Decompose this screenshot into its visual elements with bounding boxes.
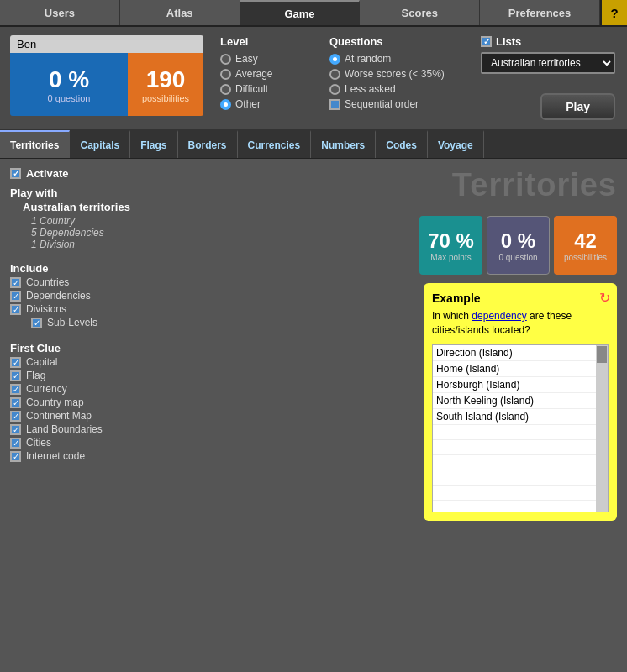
scrollbar-track[interactable] (596, 345, 608, 512)
q-worse[interactable]: Worse scores (< 35%) (329, 68, 464, 80)
q-sequential-checkbox[interactable] (329, 99, 340, 110)
clue-capital[interactable]: ✓ Capital (10, 356, 329, 368)
landboundaries-checkbox[interactable]: ✓ (10, 424, 21, 435)
activate-checkbox[interactable]: ✓ (10, 168, 21, 179)
list-item-9[interactable] (433, 486, 608, 501)
currency-label: Currency (26, 383, 67, 395)
play-with-group: Australian territories 1 Country 5 Depen… (23, 201, 329, 250)
clue-internetcode[interactable]: ✓ Internet code (10, 450, 329, 462)
cities-checkbox[interactable]: ✓ (10, 438, 21, 449)
stat-percent-value: 0 % (49, 66, 89, 93)
q-atrandom[interactable]: At random (329, 53, 464, 65)
tab-preferences[interactable]: Preferences (480, 0, 600, 25)
stat-question-label: 0 question (48, 93, 91, 103)
firstclue-title: First Clue (10, 342, 329, 354)
tab-game[interactable]: Game (240, 0, 361, 25)
lists-dropdown[interactable]: Australian territories (481, 52, 615, 74)
group-item-1: 5 Dependencies (31, 227, 329, 239)
left-panel: ✓ Activate Play with Australian territor… (10, 167, 329, 658)
user-name: Ben (10, 35, 203, 53)
tab-scores[interactable]: Scores (360, 0, 480, 25)
list-item-8[interactable] (433, 470, 608, 486)
cities-label: Cities (26, 437, 51, 449)
group-item-2: 1 Division (31, 239, 329, 250)
list-item-0[interactable]: Direction (Island) (433, 345, 608, 361)
flag-label: Flag (26, 370, 45, 381)
countrymap-checkbox[interactable]: ✓ (10, 397, 21, 408)
level-easy-label: Easy (235, 53, 258, 65)
include-sublevels[interactable]: ✓ Sub-Levels (31, 317, 329, 328)
list-item-6[interactable] (433, 440, 608, 455)
subtab-territories[interactable]: Territories (0, 130, 70, 158)
play-button[interactable]: Play (540, 93, 615, 120)
level-easy[interactable]: Easy (220, 53, 313, 65)
example-body-pre: In which (432, 310, 472, 322)
territories-title: Territories (452, 167, 617, 203)
divisions-checkbox[interactable]: ✓ (10, 304, 21, 315)
q-lessasked[interactable]: Less asked (329, 83, 464, 95)
group-title: Australian territories (23, 201, 329, 213)
level-other[interactable]: Other (220, 98, 313, 110)
continentmap-checkbox[interactable]: ✓ (10, 411, 21, 422)
sublevels-checkbox[interactable]: ✓ (31, 318, 42, 328)
subtab-currencies[interactable]: Currencies (238, 130, 312, 158)
stat-possibilities-box: 190 possibilities (128, 53, 203, 116)
divisions-label: Divisions (26, 303, 66, 315)
flag-checkbox[interactable]: ✓ (10, 370, 21, 381)
activate-label: Activate (26, 167, 69, 180)
q-worse-label: Worse scores (< 35%) (345, 68, 445, 80)
q-atrandom-radio[interactable] (329, 54, 340, 65)
subtab-borders[interactable]: Borders (178, 130, 238, 158)
q-worse-radio[interactable] (329, 69, 340, 80)
subtab-codes[interactable]: Codes (376, 130, 428, 158)
subtab-numbers[interactable]: Numbers (311, 130, 376, 158)
list-item-2[interactable]: Horsburgh (Island) (433, 377, 608, 393)
stat-percent-box: 0 % 0 question (10, 53, 128, 116)
dependencies-checkbox[interactable]: ✓ (10, 291, 21, 302)
q-lessasked-radio[interactable] (329, 84, 340, 95)
scrollbar-thumb[interactable] (597, 346, 607, 363)
q-sequential-label: Sequential order (345, 98, 419, 110)
clue-flag[interactable]: ✓ Flag (10, 370, 329, 381)
lists-checkbox[interactable]: ✓ (481, 36, 492, 47)
list-item-4[interactable]: South Island (Island) (433, 409, 608, 425)
countries-checkbox[interactable]: ✓ (10, 277, 21, 288)
include-countries[interactable]: ✓ Countries (10, 276, 329, 288)
subtab-capitals[interactable]: Capitals (70, 130, 130, 158)
capital-checkbox[interactable]: ✓ (10, 357, 21, 368)
level-average[interactable]: Average (220, 68, 313, 80)
include-dependencies[interactable]: ✓ Dependencies (10, 290, 329, 302)
q-sequential[interactable]: Sequential order (329, 98, 464, 110)
lists-title: Lists (496, 35, 521, 48)
clue-continentmap[interactable]: ✓ Continent Map (10, 410, 329, 422)
level-easy-radio[interactable] (220, 54, 231, 65)
questions-column: Questions At random Worse scores (< 35%)… (329, 35, 464, 120)
level-other-radio[interactable] (220, 99, 231, 110)
list-item-1[interactable]: Home (Island) (433, 361, 608, 377)
example-list-scroll[interactable]: Direction (Island) Home (Island) Horsbur… (432, 344, 609, 512)
clue-landboundaries[interactable]: ✓ Land Boundaries (10, 423, 329, 435)
clue-cities[interactable]: ✓ Cities (10, 437, 329, 449)
level-difficult[interactable]: Difficult (220, 83, 313, 95)
level-difficult-radio[interactable] (220, 84, 231, 95)
refresh-icon[interactable]: ↻ (599, 290, 610, 306)
level-average-radio[interactable] (220, 69, 231, 80)
possibilities-num: 42 (574, 229, 597, 253)
help-button[interactable]: ? (600, 0, 627, 25)
user-card: Ben 0 % 0 question 190 possibilities (10, 35, 203, 120)
list-item-7[interactable] (433, 455, 608, 470)
question-label: 0 question (498, 253, 537, 262)
internetcode-checkbox[interactable]: ✓ (10, 451, 21, 462)
list-item-5[interactable] (433, 425, 608, 440)
subtab-flags[interactable]: Flags (130, 130, 177, 158)
currency-checkbox[interactable]: ✓ (10, 384, 21, 395)
subtab-voyage[interactable]: Voyage (428, 130, 484, 158)
clue-countrymap[interactable]: ✓ Country map (10, 396, 329, 408)
stat-number-value: 190 (146, 66, 186, 93)
clue-currency[interactable]: ✓ Currency (10, 383, 329, 395)
list-item-3[interactable]: North Keeling (Island) (433, 393, 608, 409)
tab-users[interactable]: Users (0, 0, 120, 25)
tab-atlas[interactable]: Atlas (120, 0, 240, 25)
example-list: Direction (Island) Home (Island) Horsbur… (433, 345, 608, 501)
include-divisions[interactable]: ✓ Divisions (10, 303, 329, 315)
